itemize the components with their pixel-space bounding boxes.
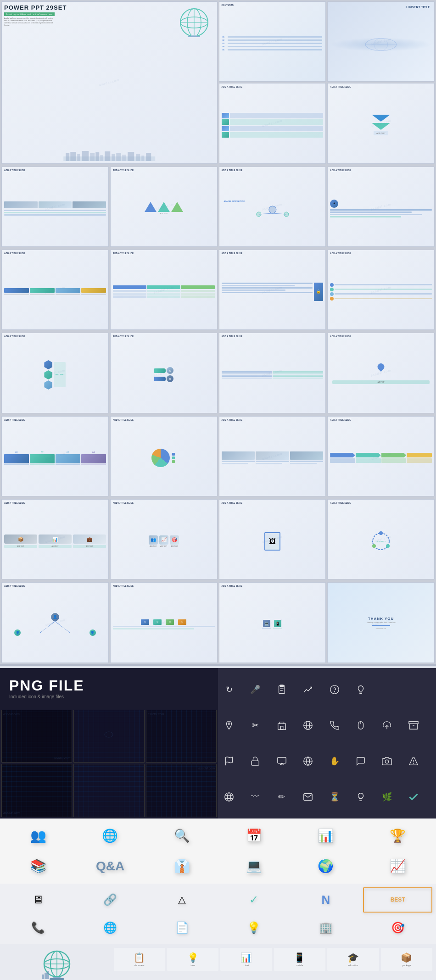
slide-photo-cards[interactable]: ADD A TITLE SLIDE (219, 416, 326, 496)
slide-title-hex: ADD A TITLE SLIDE (4, 335, 106, 338)
slide-title-tc: ADD A TITLE SLIDE (222, 335, 324, 338)
svg-point-65 (225, 793, 233, 801)
obj-laptop: 💻 (219, 852, 289, 880)
slide-table-bars[interactable]: ADD A TITLE SLIDE (219, 83, 326, 163)
icon-hand: ✋ (328, 755, 341, 768)
slide-photo-grid[interactable]: ADD A TITLE SLIDE asadal.com (1, 167, 109, 247)
obj-paper: 📄 (147, 915, 217, 941)
bg-slide-3[interactable]: asadal.com (146, 710, 217, 763)
slide-process-arrows[interactable]: ADD A TITLE SLIDE ⚙ ⚙ asadal.com (110, 333, 218, 413)
slide-body-cd: ADD TEXT (330, 506, 432, 577)
slide-3d-objects-a[interactable]: ADD A TITLE SLIDE 📦 📊 💼 ADD TEXT ADD TEX… (1, 499, 109, 579)
thankyou-title: THANK YOU (368, 617, 394, 621)
bottom-globe-svg (39, 948, 75, 980)
svg-rect-78 (47, 971, 49, 979)
slide-cycle-diagram[interactable]: ADD A TITLE SLIDE ADD TEXT asadal.com (327, 499, 435, 579)
slide-text-bullets[interactable]: ADD A TITLE SLIDE 🔒 asadal.com (219, 250, 326, 330)
icon-location (223, 719, 235, 732)
slide-title-tri: ADD A TITLE SLIDE (113, 169, 215, 172)
slide-body-contents: 01 02 03 04 05 (222, 8, 324, 79)
bg-slide-5[interactable] (73, 764, 144, 817)
obj-globe-spin: 🌐 (76, 915, 145, 941)
slide-location-pin[interactable]: ADD A TITLE SLIDE ADD TEXT asadal.com (327, 333, 435, 413)
hero-slide[interactable]: POWER PPT 29SET Insert my subtitle or ma… (1, 1, 218, 164)
bot-obj-2: 💡 idea (167, 948, 218, 971)
slide-body-1: ADD TEXT (330, 89, 432, 161)
icon-empty-1 (380, 683, 393, 696)
more-objects-section: 🖥 🔗 △ ✓ N BEST 📞 🌐 📄 💡 🏢 🎯 (0, 884, 436, 944)
svg-rect-6 (188, 36, 200, 37)
circuit-lines-6 (146, 764, 216, 817)
slides-row2: ADD A TITLE SLIDE asadal.com ADD A TITLE… (0, 165, 436, 248)
slide-thankyou[interactable]: THANK YOU Something subtitle or some aut… (327, 582, 435, 663)
slide-numbered-steps[interactable]: ADD A TITLE SLIDE 01 02 03 (1, 416, 109, 496)
slide-people-network[interactable]: ADD A TITLE SLIDE 👤 👤 👤 asadal.com (1, 582, 109, 663)
obj-trophy: 🏆 (363, 822, 432, 850)
icon-flag (223, 755, 235, 768)
svg-rect-10 (77, 154, 80, 161)
slide-triangles[interactable]: ADD A TITLE SLIDE ADD TEXT asadal.com (110, 167, 218, 247)
slide-body-ib: + (330, 173, 432, 244)
obj-target: 🎯 (363, 915, 432, 941)
thankyou-subtitle: Something subtitle or some author's name… (367, 622, 396, 624)
slides-row4: ADD A TITLE SLIDE ADD TEXT asadal.com AD… (0, 331, 436, 414)
icon-chat (354, 755, 367, 768)
slide-body-pie (113, 423, 215, 494)
bot-obj-1: 📋 document (114, 948, 165, 971)
icon-mail (302, 791, 314, 803)
icon-upload (380, 719, 393, 732)
slide-title-tb: ADD A TITLE SLIDE (222, 252, 324, 255)
svg-point-33 (386, 544, 390, 548)
icon-warning (407, 755, 420, 768)
slide-title-3da: ADD A TITLE SLIDE (4, 502, 106, 504)
contents-slide[interactable]: Contents 01 02 03 04 05 asadal.com (219, 1, 326, 82)
obj-books: 📚 (4, 852, 73, 880)
svg-rect-75 (50, 978, 64, 980)
bottom-section: 📋 document 💡 idea 📊 chart 📱 mobile 🎓 edu… (0, 944, 436, 980)
svg-rect-58 (278, 757, 286, 763)
slide-internet-bars[interactable]: ADD A TITLE SLIDE + asadal.com (327, 167, 435, 247)
slide-list-icons[interactable]: ADD A TITLE SLIDE (327, 250, 435, 330)
slide-network[interactable]: ADD A TITLE SLIDE ASADAL INTERNET INC. a… (219, 167, 326, 247)
bg-slide-1[interactable]: asadal.com asadal.com (1, 710, 72, 763)
slide-arrow-down[interactable]: ADD A TITLE SLIDE ADD TEXT asadal.com (327, 83, 435, 163)
obj-business: 👔 (147, 852, 217, 880)
slide-body-net: ASADAL INTERNET INC. (222, 173, 324, 244)
slide-body-ns: 01 02 03 04 (4, 423, 106, 494)
slide-colored-arrows[interactable]: ADD A TITLE SLIDE (327, 416, 435, 496)
skyline-svg (4, 150, 215, 161)
obj-phone-icon: 📞 (4, 915, 73, 941)
circuit-lines-1 (2, 710, 72, 763)
slide-hexagons[interactable]: ADD A TITLE SLIDE ADD TEXT asadal.com (1, 333, 109, 413)
slide-frame-photo[interactable]: ADD A TITLE SLIDE 🖼 asadal.com (219, 499, 326, 579)
watermark-text-5: asadal.com (198, 767, 215, 770)
bg-slide-4[interactable]: asadal.com (1, 764, 72, 817)
svg-point-45 (228, 723, 230, 724)
slide-table-matrix[interactable]: ADD A TITLE SLIDE (110, 250, 218, 330)
slide-title-pie: ADD A TITLE SLIDE (113, 419, 215, 421)
3d-objects-section: 👥 🌐 🔍 📅 📊 🏆 📚 Q&A 👔 💻 🌍 📈 (0, 819, 436, 884)
svg-rect-9 (70, 152, 76, 161)
slide-icon-grid[interactable]: ADD A TITLE SLIDE asadal.com (1, 250, 109, 330)
slide-text-columns[interactable]: ADD A TITLE SLIDE (219, 333, 326, 413)
slide-step-boxes[interactable]: ADD A TITLE SLIDE S1 → S2 → S3 → S4 (110, 582, 218, 663)
slide-3d-objects-b[interactable]: ADD A TITLE SLIDE 👥 ADD TEXT 📈 ADD TEXT … (110, 499, 218, 579)
slide-device-icons[interactable]: ADD A TITLE SLIDE 💻 📱 asadal.com (219, 582, 326, 663)
svg-rect-20 (136, 154, 140, 161)
slide-body-photo (4, 173, 106, 244)
icon-phone (328, 719, 341, 732)
insert-title-slide[interactable]: I. INSERT TITLE asadal.com (327, 1, 435, 82)
icon-question (328, 683, 341, 696)
icon-mic: 🎤 (249, 683, 262, 696)
watermark-text-1: asadal.com (3, 713, 20, 716)
icon-refresh: ↻ (223, 683, 235, 696)
svg-point-37 (105, 732, 113, 737)
slide-pie-chart[interactable]: ADD A TITLE SLIDE asadal.com (110, 416, 218, 496)
svg-rect-15 (105, 151, 110, 161)
watermark-text-4: asadal.com (3, 811, 20, 814)
icon-mouse (354, 719, 367, 732)
bg-slide-6[interactable]: asadal.com (146, 764, 217, 817)
slide-title-di: ADD A TITLE SLIDE (222, 585, 324, 587)
bg-slide-2[interactable] (73, 710, 144, 763)
bottom-globe-area (4, 948, 110, 980)
